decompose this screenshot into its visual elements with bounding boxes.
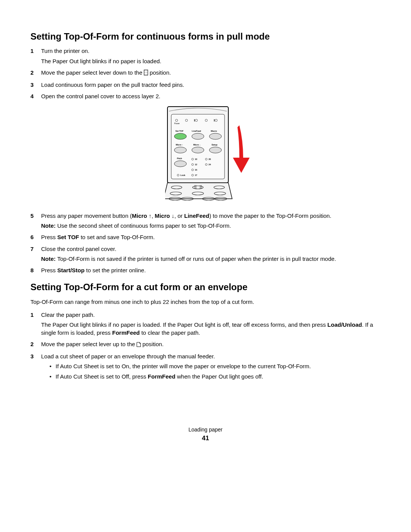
svg-text:Power: Power [174, 122, 180, 125]
svg-point-2 [145, 72, 145, 73]
step-1-text: Turn the printer on. [41, 48, 89, 54]
control-panel-svg: Power Set TOF LineFeed Macro [165, 104, 256, 203]
cf-bullet-1: If Auto Cut Sheet is set to On, the prin… [49, 363, 381, 370]
cut-sheet-position-icon [137, 341, 141, 349]
control-panel-figure: Power Set TOF LineFeed Macro [41, 104, 381, 205]
step-2: 2 Move the paper select lever down to th… [30, 69, 381, 77]
footer-section-name: Loading paper [30, 426, 381, 433]
svg-point-18 [174, 133, 186, 139]
cf-step-2-text-a: Move the paper select lever up to the [41, 341, 137, 347]
step-2-text-a: Move the paper select lever down to the [41, 69, 144, 76]
step-5-micro-2: Micro [155, 212, 172, 219]
svg-point-6 [147, 74, 147, 75]
step-5-comma: , [151, 212, 155, 219]
svg-text:17: 17 [195, 174, 197, 176]
svg-point-20 [192, 133, 204, 139]
svg-text:Micro ↑: Micro ↑ [176, 144, 183, 146]
cf-step-1: 1 Clear the paper path. The Paper Out li… [30, 311, 381, 337]
step-3: 3 Load continuous form paper on the pull… [30, 81, 381, 89]
continuous-form-position-icon [144, 70, 148, 77]
step-5-text-a: Press any paper movement button ( [41, 212, 132, 219]
svg-point-24 [174, 147, 186, 153]
step-8-bold: Start/Stop [57, 267, 85, 273]
svg-rect-16 [214, 119, 215, 121]
svg-text:10: 10 [195, 158, 197, 160]
step-8-text-a: Press [41, 267, 57, 273]
svg-point-22 [209, 133, 221, 139]
step-6: 6 Press Set TOF to set and save Top-Of-F… [30, 233, 381, 241]
svg-rect-0 [144, 70, 148, 75]
cf-step-2-text-b: position. [141, 341, 164, 347]
svg-point-1 [145, 70, 145, 71]
step-3-text: Load continuous form paper on the pull t… [41, 81, 184, 88]
step-6-bold: Set TOF [57, 234, 79, 240]
footer-page-number: 41 [30, 434, 381, 443]
step-6-text-b: to set and save Top-Of-Form. [79, 234, 155, 240]
step-1-sub: The Paper Out light blinks if no paper i… [41, 58, 381, 65]
svg-text:Pitch: Pitch [177, 157, 182, 160]
svg-point-30 [174, 161, 186, 167]
heading-cut-form: Setting Top-Of-Form for a cut form or an… [30, 281, 381, 293]
step-5-lf: LineFeed [184, 212, 209, 219]
step-8-text-b: to set the printer online. [84, 267, 146, 273]
cf-step-2: 2 Move the paper select lever up to the … [30, 340, 381, 349]
step-4-text: Open the control panel cover to access l… [41, 93, 161, 99]
steps-list-1: 1 Turn the printer on. The Paper Out lig… [30, 47, 381, 274]
svg-text:Lock: Lock [180, 174, 186, 176]
step-8: 8 Press Start/Stop to set the printer on… [30, 267, 381, 274]
cf-step-1-sub: The Paper Out light blinks if no paper i… [41, 321, 381, 337]
steps-list-2: 1 Clear the paper path. The Paper Out li… [30, 311, 381, 380]
svg-text:20: 20 [209, 158, 211, 160]
svg-text:24: 24 [209, 163, 211, 166]
svg-point-4 [147, 70, 147, 71]
step-5-micro-1: Micro [132, 212, 148, 219]
svg-point-5 [147, 72, 147, 73]
step-4: 4 Open the control panel cover to access… [30, 93, 381, 205]
step-7-text: Close the control panel cover. [41, 246, 116, 252]
svg-point-26 [192, 147, 204, 153]
step-5-or: , or [174, 212, 184, 219]
intro-cut-form: Top-Of-Form can range from minus one inc… [30, 298, 381, 306]
svg-text:15: 15 [195, 169, 197, 171]
svg-text:Micro ↓: Micro ↓ [193, 144, 201, 146]
down-arrow-icon [233, 125, 250, 173]
cf-step-1-text: Clear the paper path. [41, 312, 95, 318]
svg-point-3 [145, 74, 145, 75]
step-5-text-b: ) to move the paper to the Top-Of-Form p… [209, 212, 331, 219]
svg-text:Setup: Setup [212, 144, 218, 146]
svg-rect-13 [194, 119, 195, 121]
step-1: 1 Turn the printer on. The Paper Out lig… [30, 47, 381, 65]
step-5: 5 Press any paper movement button (Micro… [30, 212, 381, 230]
svg-text:Set TOF: Set TOF [175, 130, 184, 132]
step-5-note: Note: Use the second sheet of continuous… [41, 222, 381, 230]
svg-text:12: 12 [195, 163, 197, 166]
cf-step-3-bullets: If Auto Cut Sheet is set to On, the prin… [49, 363, 381, 380]
step-2-text-b: position. [148, 69, 171, 76]
step-7: 7 Close the control panel cover. Note: T… [30, 245, 381, 263]
heading-pull-mode: Setting Top-Of-Form for continuous forms… [30, 30, 381, 43]
cf-step-3-text: Load a cut sheet of paper or an envelope… [41, 353, 215, 359]
page-footer: Loading paper 41 [30, 426, 381, 443]
step-6-text-a: Press [41, 234, 57, 240]
svg-text:LineFeed: LineFeed [192, 130, 201, 132]
svg-text:Macro: Macro [211, 130, 217, 132]
svg-point-28 [209, 147, 221, 153]
step-7-note: Note: Top-Of-Form is not saved if the pr… [41, 255, 381, 263]
cf-step-3: 3 Load a cut sheet of paper or an envelo… [30, 353, 381, 380]
cf-bullet-2: If Auto Cut Sheet is set to Off, press F… [49, 373, 381, 380]
